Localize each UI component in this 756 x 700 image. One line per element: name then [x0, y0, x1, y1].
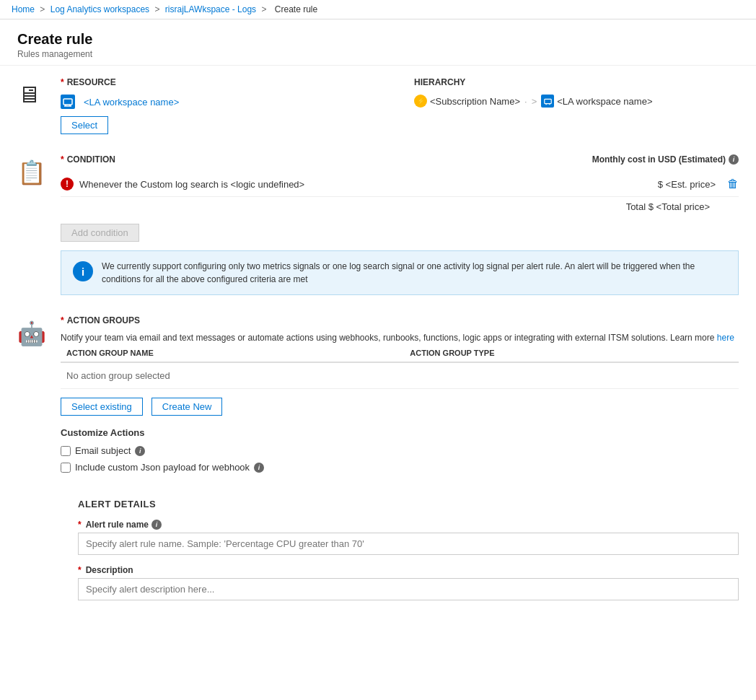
page-title: Create rule [17, 31, 739, 48]
webhook-payload-label: Include custom Json payload for webhook [75, 462, 250, 473]
email-subject-label: Email subject [75, 445, 131, 456]
action-groups-icon: 🤖 [17, 315, 61, 478]
resource-required: * [61, 77, 64, 87]
col-group-name: ACTION GROUP NAME [61, 344, 404, 362]
no-group-text: No action group selected [61, 362, 739, 389]
condition-icon: 📋 [17, 154, 61, 295]
info-icon-circle: i [73, 261, 93, 281]
condition-text: Whenever the Custom log search is <logic… [79, 179, 304, 190]
subscription-icon: ⚡ [414, 95, 427, 108]
info-box-text: We currently support configuring only tw… [102, 260, 726, 286]
condition-error-icon: ! [61, 178, 74, 191]
breadcrumb-home[interactable]: Home [12, 4, 35, 14]
email-subject-checkbox[interactable] [61, 446, 71, 456]
workspace-hierarchy-icon [541, 95, 554, 108]
action-groups-desc: Notify your team via email and text mess… [61, 333, 739, 343]
rule-name-input[interactable] [78, 533, 739, 555]
info-box: i We currently support configuring only … [61, 250, 739, 295]
main-content: 🖥 * RESOURCE <LA workspace name> Select [0, 66, 756, 622]
description-input[interactable] [78, 578, 739, 600]
alert-details-section: ALERT DETAILS * Alert rule name i * Desc… [17, 499, 739, 600]
action-groups-table: ACTION GROUP NAME ACTION GROUP TYPE No a… [61, 344, 739, 389]
webhook-payload-checkbox[interactable] [61, 463, 71, 473]
action-groups-label: * ACTION GROUPS [61, 315, 739, 325]
resource-row: <LA workspace name> [61, 95, 385, 109]
resource-hierarchy-cols: * RESOURCE <LA workspace name> Select HI… [61, 77, 739, 134]
workspace-icon [61, 95, 75, 109]
hierarchy-subscription: ⚡ <Subscription Name> [414, 95, 520, 108]
breadcrumb-logs[interactable]: risrajLAWkspace - Logs [165, 4, 256, 14]
total-row: Total $ <Total price> [61, 197, 739, 216]
hierarchy-chain: ⚡ <Subscription Name> · > <LA workspace … [414, 95, 739, 108]
subscription-name: <Subscription Name> [430, 96, 520, 107]
action-groups-section: 🤖 * ACTION GROUPS Notify your team via e… [17, 315, 739, 478]
description-group: * Description [78, 565, 739, 600]
rule-name-field-label: * Alert rule name i [78, 520, 739, 530]
condition-section: 📋 * CONDITION Monthly cost in USD (Estim… [17, 154, 739, 295]
webhook-info-icon: i [254, 463, 264, 473]
create-new-button[interactable]: Create New [151, 398, 223, 416]
action-groups-body: * ACTION GROUPS Notify your team via ema… [61, 315, 739, 478]
breadcrumb-current: Create rule [275, 4, 317, 14]
learn-more-link[interactable]: here [717, 333, 734, 343]
description-field-label: * Description [78, 565, 739, 575]
condition-right: $ <Est. price> 🗑 [658, 178, 739, 191]
condition-label: * CONDITION [61, 154, 115, 165]
condition-left: ! Whenever the Custom log search is <log… [61, 178, 304, 191]
resource-body: * RESOURCE <LA workspace name> Select HI… [61, 77, 739, 134]
breadcrumb-workspaces[interactable]: Log Analytics workspaces [50, 4, 149, 14]
hierarchy-workspace: <LA workspace name> [541, 95, 652, 108]
alert-details-label: ALERT DETAILS [78, 499, 739, 509]
add-condition-button: Add condition [61, 224, 139, 242]
page-subtitle: Rules management [17, 49, 739, 59]
monthly-cost-label: Monthly cost in USD (Estimated) i [592, 154, 739, 165]
customize-actions-label: Customize Actions [61, 427, 739, 438]
hierarchy-sep: · [524, 96, 527, 107]
resource-section: 🖥 * RESOURCE <LA workspace name> Select [17, 77, 739, 134]
email-subject-row: Email subject i [61, 445, 739, 456]
select-resource-button[interactable]: Select [61, 116, 108, 134]
action-buttons-row: Select existing Create New [61, 398, 739, 416]
resource-name: <LA workspace name> [84, 97, 179, 108]
condition-row: ! Whenever the Custom log search is <log… [61, 172, 739, 197]
monthly-cost-info-icon: i [729, 154, 739, 165]
page-header: Create rule Rules management [0, 19, 756, 66]
hierarchy-arrow: > [532, 96, 537, 107]
col-hierarchy: HIERARCHY ⚡ <Subscription Name> · > < [414, 77, 739, 134]
customize-actions: Customize Actions Email subject i Includ… [61, 427, 739, 473]
col-group-type: ACTION GROUP TYPE [404, 344, 739, 362]
svg-rect-4 [545, 99, 551, 103]
alert-rule-name-group: * Alert rule name i [78, 520, 739, 555]
select-existing-button[interactable]: Select existing [61, 398, 143, 416]
no-group-row: No action group selected [61, 362, 739, 389]
workspace-hierarchy-name: <LA workspace name> [557, 96, 652, 107]
total-label: Total $ <Total price> [626, 201, 710, 212]
hierarchy-label: HIERARCHY [414, 77, 739, 87]
condition-body: * CONDITION Monthly cost in USD (Estimat… [61, 154, 739, 295]
rule-name-info-icon: i [151, 520, 162, 530]
est-price: $ <Est. price> [658, 179, 716, 190]
email-subject-info-icon: i [135, 446, 145, 456]
breadcrumb: Home > Log Analytics workspaces > risraj… [0, 0, 756, 19]
resource-label: * RESOURCE [61, 77, 385, 87]
svg-rect-0 [63, 99, 72, 105]
delete-condition-icon[interactable]: 🗑 [727, 178, 739, 191]
col-resource: * RESOURCE <LA workspace name> Select [61, 77, 385, 134]
resource-icon: 🖥 [17, 77, 61, 134]
webhook-payload-row: Include custom Json payload for webhook … [61, 462, 739, 473]
